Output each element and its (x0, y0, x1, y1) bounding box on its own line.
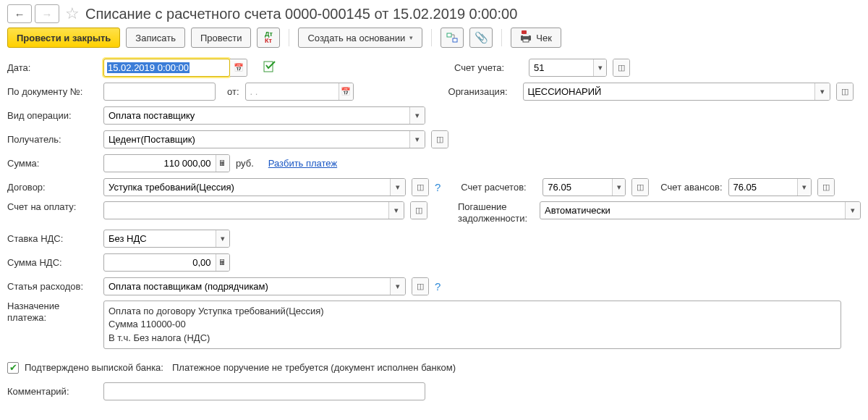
debt-label: Погашение задолженности: (458, 201, 534, 224)
paperclip-icon: 📎 (475, 31, 488, 44)
help-icon[interactable]: ? (435, 280, 441, 293)
calendar-icon[interactable]: 📅 (339, 83, 352, 100)
related-icon (446, 32, 458, 43)
open-icon[interactable]: ◫ (411, 202, 427, 219)
vat-rate-label: Ставка НДС: (7, 233, 98, 244)
payee-label: Получатель: (7, 134, 98, 145)
svg-rect-5 (264, 62, 273, 72)
vat-sum-field[interactable]: 🖩 (103, 253, 230, 272)
dropdown-icon[interactable]: ▾ (845, 202, 860, 219)
dropdown-icon[interactable]: ▾ (593, 59, 606, 76)
open-icon[interactable]: ◫ (632, 179, 648, 196)
org-field[interactable]: ▾ (523, 83, 830, 101)
sum-field[interactable]: 🖩 (103, 154, 230, 172)
dropdown-icon[interactable]: ▾ (797, 179, 810, 196)
save-button[interactable]: Записать (126, 28, 185, 48)
contract-field[interactable]: ▾ (103, 178, 406, 196)
post-and-close-button[interactable]: Провести и закрыть (7, 28, 120, 48)
open-icon[interactable]: ◫ (837, 83, 853, 100)
doc-from-field[interactable]: 📅 (245, 83, 354, 101)
dropdown-icon[interactable]: ▾ (216, 230, 229, 247)
pporder-text: Платежное поручение не требуется (докуме… (172, 362, 456, 373)
contract-label: Договор: (7, 182, 98, 193)
expense-field[interactable]: ▾ (103, 277, 406, 295)
sum-label: Сумма: (7, 158, 98, 169)
related-button[interactable] (441, 28, 464, 48)
rub-label: руб. (236, 158, 254, 169)
dropdown-icon[interactable]: ▾ (814, 83, 830, 100)
acc-calc-field[interactable]: ▾ (542, 178, 626, 196)
back-button[interactable]: ← (7, 4, 32, 23)
invoice-field[interactable]: ▾ (103, 201, 404, 219)
create-based-button[interactable]: Создать на основании▾ (298, 28, 422, 48)
doc-no-label: По документу №: (7, 86, 98, 97)
svg-rect-4 (523, 39, 529, 42)
account-label: Счет учета: (454, 62, 523, 73)
post-button[interactable]: Провести (191, 28, 252, 48)
separator (289, 29, 289, 46)
op-type-field[interactable]: ▾ (103, 106, 425, 125)
forward-button[interactable]: → (35, 4, 59, 23)
date-field[interactable]: 15.02.2019 0:00:00 (103, 59, 230, 77)
open-icon[interactable]: ◫ (818, 179, 834, 196)
dropdown-icon[interactable]: ▾ (409, 131, 425, 148)
dropdown-icon[interactable]: ▾ (612, 179, 625, 196)
toolbar: Провести и закрыть Записать Провести ДтК… (7, 28, 861, 48)
confirmed-checkbox[interactable]: ✔ (7, 362, 19, 374)
dtkt-icon: ДтКт (265, 31, 273, 44)
acc-advance-field[interactable]: ▾ (728, 178, 812, 196)
split-payment-link[interactable]: Разбить платеж (268, 158, 337, 169)
printer-icon (520, 33, 532, 43)
acc-advance-label: Счет авансов: (660, 182, 722, 193)
dropdown-icon[interactable]: ▾ (390, 179, 405, 196)
account-field[interactable]: ▾ (529, 59, 607, 77)
from-label: от: (227, 86, 239, 97)
calculator-icon[interactable]: 🖩 (216, 254, 229, 271)
check-button[interactable]: Чек (511, 28, 561, 48)
comment-field[interactable] (103, 382, 425, 400)
svg-rect-0 (447, 33, 451, 37)
calendar-icon[interactable]: 📅 (230, 59, 247, 76)
open-icon[interactable]: ◫ (613, 59, 629, 76)
open-icon[interactable]: ◫ (412, 179, 428, 196)
open-icon[interactable]: ◫ (432, 131, 448, 148)
separator (501, 29, 502, 46)
purpose-field[interactable]: Оплата по договору Уступка требований(Це… (103, 301, 841, 349)
acc-calc-label: Счет расчетов: (461, 182, 537, 193)
debt-field[interactable]: ▾ (540, 201, 861, 219)
attachment-button[interactable]: 📎 (469, 28, 493, 48)
dropdown-icon[interactable]: ▾ (390, 278, 405, 295)
movements-button[interactable]: ДтКт (257, 28, 280, 48)
favorite-star-icon[interactable]: ☆ (65, 4, 80, 23)
dropdown-icon[interactable]: ▾ (409, 107, 425, 124)
op-type-label: Вид операции: (7, 110, 98, 121)
separator (431, 29, 432, 46)
dropdown-icon[interactable]: ▾ (388, 202, 404, 219)
doc-no-field[interactable] (103, 83, 216, 101)
comment-label: Комментарий: (7, 386, 98, 397)
date-label: Дата: (7, 62, 98, 73)
svg-rect-1 (453, 38, 457, 42)
help-icon[interactable]: ? (435, 181, 441, 193)
purpose-label: Назначение платежа: (7, 301, 98, 323)
open-icon[interactable]: ◫ (412, 278, 428, 295)
page-title: Списание с расчетного счета 0000-000145 … (85, 6, 517, 22)
expense-label: Статья расходов: (7, 281, 98, 292)
status-icon (263, 61, 276, 75)
payee-field[interactable]: ▾ (103, 130, 425, 148)
vat-rate-field[interactable]: ▾ (103, 230, 230, 248)
calculator-icon[interactable]: 🖩 (216, 155, 229, 172)
confirmed-label: Подтверждено выпиской банка: (25, 362, 163, 373)
invoice-label: Счет на оплату: (7, 201, 98, 212)
org-label: Организация: (448, 86, 517, 97)
vat-sum-label: Сумма НДС: (7, 257, 98, 268)
